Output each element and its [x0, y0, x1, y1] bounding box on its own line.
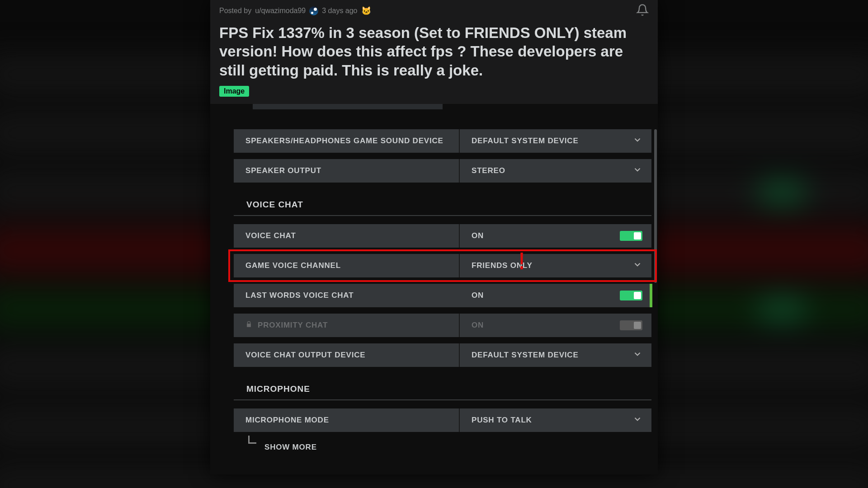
setting-last-words-voice-chat[interactable]: LAST WORDS VOICE CHAT ON: [234, 284, 651, 307]
setting-value-text: ON: [472, 321, 484, 330]
setting-value-dropdown[interactable]: PUSH TO TALK: [460, 408, 651, 432]
toggle-on[interactable]: [620, 291, 642, 300]
setting-value-text: STEREO: [472, 166, 505, 175]
setting-value-text: ON: [472, 291, 484, 300]
setting-label: SPEAKERS/HEADPHONES GAME SOUND DEVICE: [234, 129, 460, 153]
setting-label: PROXIMITY CHAT: [234, 314, 460, 337]
setting-label-text: PROXIMITY CHAT: [258, 321, 328, 330]
setting-label: GAME VOICE CHANNEL: [234, 254, 460, 277]
toggle-on[interactable]: [620, 231, 642, 241]
setting-voice-chat-output-device[interactable]: VOICE CHAT OUTPUT DEVICE DEFAULT SYSTEM …: [234, 343, 651, 367]
post-age: 3 days ago: [322, 7, 357, 15]
scrollbar-thumb[interactable]: [654, 129, 657, 283]
setting-label: SPEAKER OUTPUT: [234, 159, 460, 183]
section-header-microphone: MICROPHONE: [234, 373, 651, 400]
selected-indicator: [650, 284, 652, 307]
chevron-down-icon: [632, 135, 642, 147]
setting-label: VOICE CHAT OUTPUT DEVICE: [234, 343, 460, 367]
post-header: Posted by u/qwazimoda99 3 days ago 🐱 FPS…: [210, 0, 658, 104]
lock-icon: [245, 321, 252, 330]
setting-value-text: ON: [472, 231, 484, 240]
chevron-down-icon: [632, 259, 642, 272]
show-more-button[interactable]: SHOW MORE: [253, 436, 443, 452]
setting-value-dropdown[interactable]: DEFAULT SYSTEM DEVICE: [460, 129, 651, 153]
setting-value-text: PUSH TO TALK: [472, 416, 532, 425]
setting-speakers-device[interactable]: SPEAKERS/HEADPHONES GAME SOUND DEVICE DE…: [234, 129, 651, 153]
setting-proximity-chat: PROXIMITY CHAT ON: [234, 314, 651, 337]
setting-label: VOICE CHAT: [234, 224, 460, 248]
settings-scrollbar[interactable]: [654, 129, 657, 441]
show-more-label: SHOW MORE: [264, 443, 317, 451]
setting-speaker-output[interactable]: SPEAKER OUTPUT STEREO: [234, 159, 651, 183]
setting-label: MICROPHONE MODE: [234, 408, 460, 432]
post-flair[interactable]: Image: [219, 86, 249, 97]
setting-value-dropdown[interactable]: DEFAULT SYSTEM DEVICE: [460, 343, 651, 367]
setting-value-text: DEFAULT SYSTEM DEVICE: [472, 136, 579, 145]
setting-value-toggle: ON: [460, 314, 651, 337]
chevron-down-icon: [632, 349, 642, 361]
post-card: Posted by u/qwazimoda99 3 days ago 🐱 FPS…: [210, 0, 658, 474]
post-author-link[interactable]: u/qwazimoda99: [255, 7, 306, 15]
steam-icon: [309, 6, 318, 15]
setting-value-text: DEFAULT SYSTEM DEVICE: [472, 351, 579, 360]
game-settings-panel: SPEAKERS/HEADPHONES GAME SOUND DEVICE DE…: [227, 104, 658, 456]
post-meta: Posted by u/qwazimoda99 3 days ago 🐱: [219, 4, 649, 18]
setting-value-toggle[interactable]: ON: [460, 224, 651, 248]
posted-by-label: Posted by: [219, 7, 251, 15]
setting-game-voice-channel[interactable]: GAME VOICE CHANNEL FRIENDS ONLY: [234, 254, 651, 277]
notification-bell-button[interactable]: [636, 4, 649, 18]
post-title: FPS Fix 1337% in 3 season (Set to FRIEND…: [219, 23, 649, 80]
chevron-down-icon: [632, 164, 642, 177]
setting-value-dropdown[interactable]: STEREO: [460, 159, 651, 183]
show-more-collapsed-top: [253, 104, 443, 109]
post-image-content: L Af No SPEAKERS/HEADPHONES GAME SOUND D…: [210, 104, 658, 474]
setting-value-toggle[interactable]: ON: [460, 284, 651, 307]
setting-microphone-mode[interactable]: MICROPHONE MODE PUSH TO TALK: [234, 408, 651, 432]
section-header-voice-chat: VOICE CHAT: [234, 189, 651, 216]
setting-value-text: FRIENDS ONLY: [472, 261, 533, 270]
setting-label: LAST WORDS VOICE CHAT: [234, 284, 460, 307]
toggle-disabled: [620, 320, 642, 330]
setting-value-dropdown[interactable]: FRIENDS ONLY: [460, 254, 651, 277]
setting-voice-chat[interactable]: VOICE CHAT ON: [234, 224, 651, 248]
chevron-down-icon: [632, 414, 642, 426]
award-icon[interactable]: 🐱: [361, 6, 370, 15]
